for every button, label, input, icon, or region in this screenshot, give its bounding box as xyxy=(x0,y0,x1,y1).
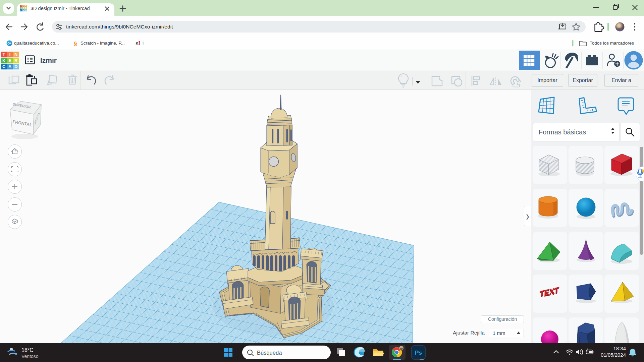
svg-text:Qe: Qe xyxy=(7,42,11,45)
svg-text:C: C xyxy=(2,64,6,69)
svg-text:D: D xyxy=(25,9,26,11)
svg-text:§: § xyxy=(74,41,77,47)
svg-text:K: K xyxy=(20,7,22,9)
svg-text:E: E xyxy=(8,58,11,63)
svg-text:01/05/2024: 01/05/2024 xyxy=(601,352,626,358)
svg-text:N: N xyxy=(14,52,17,57)
svg-text:N: N xyxy=(25,5,26,7)
svg-text:C: C xyxy=(20,9,22,11)
svg-text:E: E xyxy=(23,7,24,9)
svg-text:I: I xyxy=(9,52,11,57)
svg-text:A: A xyxy=(23,9,24,11)
svg-text:R: R xyxy=(14,58,18,63)
svg-text:T: T xyxy=(3,52,5,57)
svg-text:Ventoso: Ventoso xyxy=(21,354,39,359)
svg-text:s: s xyxy=(136,40,139,46)
svg-text:D: D xyxy=(75,334,82,343)
svg-text:Ps: Ps xyxy=(415,350,422,356)
svg-text:A: A xyxy=(8,64,12,69)
svg-text:R: R xyxy=(25,7,26,9)
svg-text:D: D xyxy=(14,64,17,69)
svg-text:Búsqueda: Búsqueda xyxy=(257,350,282,356)
svg-text:18°C: 18°C xyxy=(21,347,34,353)
svg-text:18:34: 18:34 xyxy=(613,346,626,351)
svg-text:K: K xyxy=(2,58,6,63)
